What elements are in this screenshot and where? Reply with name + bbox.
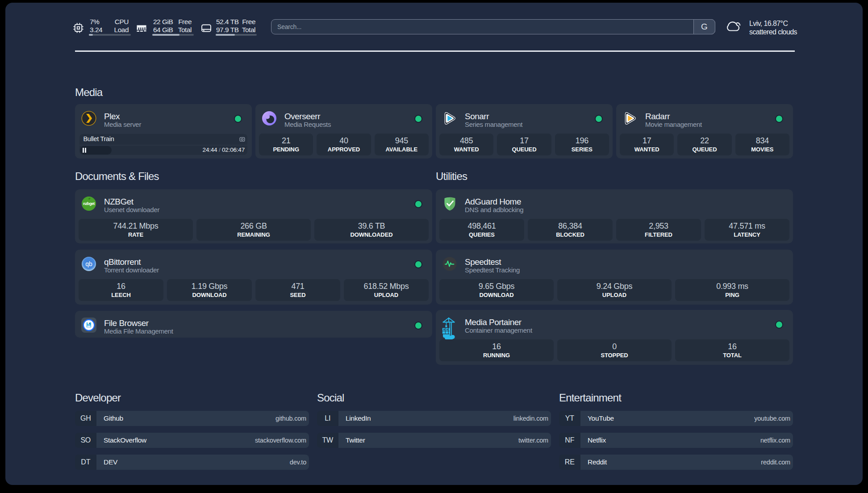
svg-text:qb: qb (85, 260, 92, 267)
svg-text:nzbget: nzbget (83, 201, 95, 206)
